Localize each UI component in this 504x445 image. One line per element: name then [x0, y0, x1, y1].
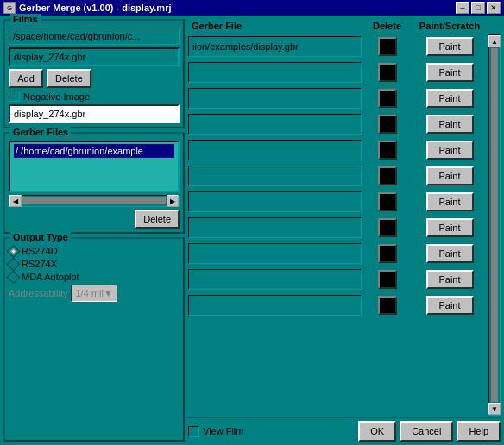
maximize-button[interactable]: □: [471, 2, 485, 14]
gerber-files-list[interactable]: / /home/cad/gbrunion/example: [9, 141, 180, 192]
radio-diamond-rs274d: [7, 244, 21, 258]
table-row: Paint: [188, 112, 488, 136]
delete-black-btn-1[interactable]: [378, 37, 397, 56]
scroll-up-btn[interactable]: ▲: [488, 35, 501, 47]
addressability-dropdown[interactable]: 1/4 mil ▼: [71, 285, 117, 302]
delete-black-btn-5[interactable]: [378, 141, 397, 160]
table-row: Paint: [188, 60, 488, 85]
paint-btn-10[interactable]: Paint: [426, 270, 474, 289]
films-group: Films /space/home/cad/gbrunion/c... disp…: [3, 19, 185, 128]
scroll-right-btn[interactable]: ▶: [167, 195, 179, 207]
left-panel: Films /space/home/cad/gbrunion/c... disp…: [3, 19, 185, 442]
delete-black-btn-2[interactable]: [378, 63, 397, 82]
paint-scratch-header: Paint/Scratch: [411, 21, 488, 31]
paint-btn-3[interactable]: Paint: [426, 89, 474, 108]
file-entry-8[interactable]: [188, 217, 362, 238]
negative-image-checkbox[interactable]: [9, 91, 20, 102]
negative-image-value[interactable]: display_274x.gbr: [9, 104, 180, 123]
output-type-title: Output Type: [10, 232, 71, 242]
app-icon: G: [3, 2, 16, 14]
file-entry-4[interactable]: [188, 114, 362, 135]
delete-black-btn-9[interactable]: [378, 244, 397, 263]
right-header: Gerber File Delete Paint/Scratch: [188, 19, 501, 33]
radio-diamond-rs274x: [7, 257, 21, 271]
paint-btn-2[interactable]: Paint: [426, 63, 474, 82]
scroll-track: [22, 197, 166, 204]
file-entry-7[interactable]: [188, 191, 362, 212]
table-row: Paint: [188, 138, 488, 162]
table-row: Paint: [188, 164, 488, 188]
bottom-bar: View Film OK Cancel Help: [188, 417, 501, 442]
view-film-label: View Film: [203, 426, 243, 436]
close-button[interactable]: ✕: [487, 2, 501, 14]
gerber-files-title: Gerber Files: [10, 127, 71, 137]
delete-black-btn-7[interactable]: [378, 192, 397, 211]
gerber-files-group: Gerber Files / /home/cad/gbrunion/exampl…: [3, 132, 185, 234]
addressability-label: Addressability: [9, 288, 67, 298]
negative-image-label: Negative Image: [23, 91, 90, 102]
radio-mda[interactable]: MDA Autoplot: [9, 272, 180, 282]
radio-label-mda: MDA Autoplot: [22, 272, 79, 282]
gerber-list-item[interactable]: / /home/cad/gbrunion/example: [14, 144, 174, 158]
title-bar: G Gerber Merge (v1.00) - display.mrj – □…: [0, 0, 504, 16]
file-entry-2[interactable]: [188, 62, 362, 83]
scroll-v-track: [491, 48, 498, 402]
paint-btn-1[interactable]: Paint: [426, 37, 474, 56]
paint-btn-4[interactable]: Paint: [426, 115, 474, 134]
rows-area: iion/examples/display.gbr Paint Pa: [188, 34, 488, 416]
title-text: Gerber Merge (v1.00) - display.mrj: [19, 3, 171, 13]
paint-btn-11[interactable]: Paint: [426, 296, 474, 315]
radio-rs274x[interactable]: RS274X: [9, 259, 180, 269]
right-panel: Gerber File Delete Paint/Scratch iion/ex…: [188, 19, 501, 442]
films-group-title: Films: [10, 14, 41, 24]
file-entry-11[interactable]: [188, 295, 362, 316]
file-entry-3[interactable]: [188, 88, 362, 109]
file-entry-1[interactable]: iion/examples/display.gbr: [188, 36, 362, 57]
film-path-display[interactable]: /space/home/cad/gbrunion/c...: [9, 28, 180, 45]
minimize-button[interactable]: –: [456, 2, 469, 14]
radio-label-rs274d: RS274D: [22, 246, 58, 256]
dropdown-arrow-icon: ▼: [104, 288, 113, 298]
scroll-left-btn[interactable]: ◀: [9, 195, 22, 207]
file-entry-10[interactable]: [188, 269, 362, 290]
right-scrollbar-v[interactable]: ▲ ▼: [488, 34, 501, 416]
paint-btn-9[interactable]: Paint: [426, 244, 474, 263]
table-row: iion/examples/display.gbr Paint: [188, 34, 488, 59]
add-button[interactable]: Add: [9, 69, 43, 88]
file-entry-5[interactable]: [188, 140, 362, 160]
view-film-checkbox[interactable]: [188, 426, 199, 437]
gerber-delete-button[interactable]: Delete: [135, 210, 180, 229]
delete-header: Delete: [363, 21, 411, 31]
table-row: Paint: [188, 241, 488, 266]
table-row: Paint: [188, 293, 488, 317]
delete-black-btn-8[interactable]: [378, 218, 397, 237]
scroll-down-btn[interactable]: ▼: [488, 403, 501, 415]
films-delete-button[interactable]: Delete: [47, 69, 91, 88]
delete-black-btn-10[interactable]: [378, 270, 397, 289]
help-button[interactable]: Help: [457, 421, 501, 442]
paint-btn-5[interactable]: Paint: [426, 141, 474, 160]
radio-diamond-mda: [7, 270, 21, 284]
delete-black-btn-11[interactable]: [378, 296, 397, 315]
ok-button[interactable]: OK: [358, 421, 396, 442]
bottom-buttons: OK Cancel Help: [358, 421, 501, 442]
table-row: Paint: [188, 216, 488, 240]
file-entry-6[interactable]: [188, 166, 362, 186]
delete-black-btn-6[interactable]: [378, 166, 397, 185]
paint-btn-6[interactable]: Paint: [426, 166, 474, 185]
radio-label-rs274x: RS274X: [22, 259, 57, 269]
output-type-group: Output Type RS274D RS274X MDA Autoplot: [3, 237, 185, 442]
radio-rs274d[interactable]: RS274D: [9, 246, 180, 256]
file-entry-9[interactable]: [188, 243, 362, 264]
table-row: Paint: [188, 190, 488, 214]
gerber-scrollbar-h[interactable]: ◀ ▶: [9, 195, 180, 207]
paint-btn-7[interactable]: Paint: [426, 192, 474, 211]
film-list-item[interactable]: display_274x.gbr: [9, 47, 180, 66]
delete-black-btn-3[interactable]: [378, 89, 397, 108]
paint-btn-8[interactable]: Paint: [426, 218, 474, 237]
table-row: Paint: [188, 86, 488, 110]
gerber-file-header: Gerber File: [188, 21, 363, 31]
table-row: Paint: [188, 267, 488, 291]
cancel-button[interactable]: Cancel: [400, 421, 453, 442]
delete-black-btn-4[interactable]: [378, 115, 397, 134]
